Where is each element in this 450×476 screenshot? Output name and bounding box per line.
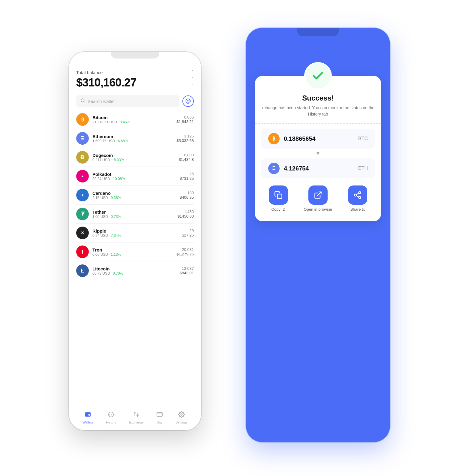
total-balance-label: Total balance [76,70,194,75]
svg-line-11 [317,192,321,196]
coin-item-dot[interactable]: ● Polkadot 29.24 USD ↑10.08% 25 $731.25 [76,167,194,186]
ada-qty: 189 [180,191,194,195]
nav-history[interactable]: History [106,411,116,424]
svg-point-0 [81,99,84,102]
doge-val: $1,434.8 [178,157,194,162]
usdt-info: Tether 1.00 USD ↑0.73% [92,209,178,219]
scene: ··· Total balance $310,160.27 Search wal… [60,28,390,448]
svg-point-9 [181,414,182,415]
nav-buy[interactable]: Buy [156,411,163,424]
nav-exchange-label: Exchange [129,420,144,424]
search-box[interactable]: Search wallet [76,95,179,107]
open-browser-icon [308,185,328,205]
xrp-info: Ripple 0.94 USD ↑7.34% [92,228,182,238]
share-tx-icon [348,185,367,205]
svg-line-1 [84,101,85,102]
eth-info: Ethereum 1,609.75 USD ↑6.68% [92,134,176,143]
svg-line-16 [356,193,359,195]
nav-history-label: History [106,420,116,424]
coin-item-eth[interactable]: Ξ Ethereum 1,609.75 USD ↑6.68% 3.125 $5,… [76,129,194,148]
svg-point-2 [186,99,190,104]
ada-name: Cardano [92,191,180,196]
xrp-name: Ripple [92,228,182,233]
exchange-arrow-icon: ▼ [255,150,381,157]
usdt-val: $1450.00 [178,214,194,218]
copy-id-label: Copy ID [272,207,286,212]
coin-item-trx[interactable]: T Tron 0.06 USD ↑1.13% 20,031 $1,279.26 [76,243,194,261]
nav-settings-label: Settings [176,420,188,424]
coin-item-doge[interactable]: Ð Dogecoin 0.211 USD ↑ 8.03% 6,800 $1,43… [76,148,194,167]
doge-usd: 0.211 USD ↑ 8.03% [92,158,178,162]
ltc-name: Litecoin [92,266,180,271]
ltc-usd: 60.73 USD ↑0.70% [92,271,180,276]
ada-icon: ✦ [76,189,89,201]
coin-list: ₿ Bitcoin 21,218.51 USD ↑3.46% 0.086 $1,… [76,110,194,408]
btc-info: Bitcoin 21,218.51 USD ↑3.46% [92,115,176,124]
coin-item-xrp[interactable]: ✕ Ripple 0.94 USD ↑7.34% 29 $27.26 [76,224,194,243]
nav-exchange[interactable]: Exchange [129,411,144,424]
btc-val: $1,843.21 [176,119,194,124]
trx-name: Tron [92,247,176,252]
settings-icon [178,411,185,419]
doge-change: ↑ 8.03% [111,158,124,162]
usdt-change: ↑0.73% [109,215,121,219]
btc-name: Bitcoin [92,115,176,120]
open-browser-button[interactable]: Open in browser [304,185,332,212]
from-coin-icon: ₿ [268,133,280,144]
trx-val: $1,279.26 [176,252,194,256]
svg-rect-5 [88,414,90,416]
open-browser-label: Open in browser [304,207,332,212]
from-symbol: BTC [358,136,368,141]
coin-item-ada[interactable]: ✦ Cardano 2.15 USD ↑9.38% 189 $406.35 [76,186,194,205]
phone1-wallet: ··· Total balance $310,160.27 Search wal… [69,52,201,430]
ada-info: Cardano 2.15 USD ↑9.38% [92,191,180,200]
xrp-amounts: 29 $27.26 [182,228,194,237]
nav-wallets[interactable]: Wallets [82,411,93,424]
copy-id-icon [269,185,288,205]
coin-item-ltc[interactable]: Ł Litecoin 60.73 USD ↑0.70% 12,087 $843.… [76,261,194,280]
usdt-name: Tether [92,209,178,215]
dot-usd: 29.24 USD ↑10.08% [92,177,180,181]
coin-item-btc[interactable]: ₿ Bitcoin 21,218.51 USD ↑3.46% 0.086 $1,… [76,110,194,129]
copy-id-button[interactable]: Copy ID [269,185,288,212]
from-amount: 0.18865654 [284,135,358,142]
doge-info: Dogecoin 0.211 USD ↑ 8.03% [92,153,178,162]
nav-settings[interactable]: Settings [176,411,188,424]
history-icon [108,411,114,419]
btc-qty: 0.086 [176,115,194,119]
action-row: Copy ID Open in browser [255,178,381,212]
btc-usd: 21,218.51 USD ↑3.46% [92,120,176,124]
divider [255,123,381,124]
search-placeholder: Search wallet [88,99,115,104]
ada-amounts: 189 $406.35 [180,191,194,200]
phone2-success: Success! xchange has been started. You c… [246,28,390,442]
ltc-info: Litecoin 60.73 USD ↑0.70% [92,266,180,276]
dot-qty: 25 [180,172,194,176]
trx-usd: 0.06 USD ↑1.13% [92,252,176,257]
phone2-notch [297,28,339,36]
btc-icon: ₿ [76,113,89,126]
success-card: Success! xchange has been started. You c… [255,76,381,221]
ltc-qty: 12,087 [180,266,194,271]
trx-amounts: 20,031 $1,279.26 [176,247,194,256]
eth-val: $5,032.68 [176,138,194,143]
dot-amounts: 25 $731.25 [180,172,194,181]
doge-icon: Ð [76,151,89,164]
exchange-icon [133,411,140,419]
to-amount: 4.126754 [284,165,358,172]
ltc-change: ↑0.70% [111,271,123,276]
to-symbol: ETH [358,166,368,171]
coin-item-usdt[interactable]: ₮ Tether 1.00 USD ↑0.73% 1,450 $1450.00 [76,205,194,224]
xrp-usd: 0.94 USD ↑7.34% [92,233,182,238]
usdt-usd: 1.00 USD ↑0.73% [92,215,178,219]
svg-rect-7 [157,413,162,417]
svg-line-15 [356,196,359,197]
share-tx-button[interactable]: Share tx [348,185,367,212]
filter-button[interactable] [182,95,194,107]
eth-icon: Ξ [76,132,89,145]
ltc-val: $843.01 [180,271,194,275]
btc-change: ↑3.46% [118,120,130,124]
success-title: Success! [255,94,381,102]
trx-icon: T [76,246,89,258]
btc-amounts: 0.086 $1,843.21 [176,115,194,124]
